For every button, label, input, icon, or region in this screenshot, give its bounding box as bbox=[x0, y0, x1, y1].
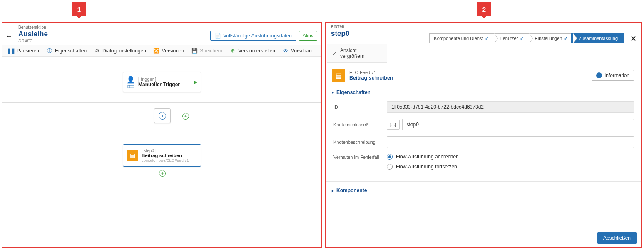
expand-label: Ansicht vergrößern bbox=[340, 48, 381, 59]
radio-label: Flow-Ausführung abbrechen bbox=[396, 154, 459, 160]
preview-label: Vorschau bbox=[291, 48, 312, 54]
save-label: Speichern bbox=[200, 48, 222, 54]
radio-abort[interactable]: Flow-Ausführung abbrechen bbox=[387, 154, 634, 160]
header-buttons: 📄 Vollständige Ausführungsdaten Aktiv bbox=[210, 31, 317, 41]
error-behavior-label: Verhalten im Fehlerfall bbox=[333, 154, 387, 160]
properties-label: Eigenschaften bbox=[55, 48, 87, 54]
key-row: Knotenschlüssel* {...} bbox=[332, 119, 634, 130]
radio-label: Flow-Ausführung fortsetzen bbox=[396, 164, 457, 170]
wizard-step-component[interactable]: Komponente und Dienst ✓ bbox=[429, 33, 495, 43]
key-input[interactable] bbox=[402, 119, 634, 130]
expand-icon: ↗ bbox=[333, 50, 337, 56]
feed-icon: ▤ bbox=[332, 69, 345, 82]
pause-button[interactable]: ❚❚ Pausieren bbox=[8, 48, 39, 54]
chevron-down-icon: ▾ bbox=[332, 90, 334, 95]
callout-badge-1: 1 bbox=[72, 2, 86, 16]
designer-toolbar: ❚❚ Pausieren ⓘ Eigenschaften ⚙ Dialogein… bbox=[2, 45, 321, 57]
wizard-label: Benutzer bbox=[500, 36, 518, 41]
section-title: Eigenschaften bbox=[336, 90, 370, 95]
trigger-labels: [ trigger ] Manueller Trigger bbox=[138, 77, 190, 88]
info-icon: ⓘ bbox=[47, 48, 52, 54]
submit-button[interactable]: Abschließen bbox=[597, 232, 637, 244]
details-header: Knoten step0 Komponente und Dienst ✓ Ben… bbox=[326, 22, 641, 43]
section-title: Komponente bbox=[336, 188, 367, 193]
error-behavior-row: Verhalten im Fehlerfall Flow-Ausführung … bbox=[332, 154, 634, 174]
component-header-row: ▤ ELO Feed v1 Beitrag schreiben i Inform… bbox=[332, 69, 634, 82]
designer-panel: ← Benutzeraktion Ausleihe DRAFT 📄 Vollst… bbox=[2, 22, 322, 248]
dialog-settings-button[interactable]: ⚙ Dialogeinstellungen bbox=[94, 48, 146, 54]
dialog-label: Dialogeinstellungen bbox=[102, 48, 146, 54]
wizard-label: Zusammenfassung bbox=[579, 36, 618, 41]
flow-canvas[interactable]: 👤 □□□ [ trigger ] Manueller Trigger ▶ i … bbox=[2, 57, 321, 248]
expand-view-button[interactable]: ↗ Ansicht vergrößern bbox=[327, 44, 387, 63]
step0-node[interactable]: ▤ [ step0 ] Beitrag schreiben com.elo.fl… bbox=[123, 144, 201, 167]
check-icon: ✓ bbox=[520, 36, 524, 41]
info-node[interactable]: i bbox=[154, 108, 171, 123]
trigger-node[interactable]: 👤 □□□ [ trigger ] Manueller Trigger ▶ bbox=[123, 72, 201, 92]
details-body: ▤ ELO Feed v1 Beitrag schreiben i Inform… bbox=[326, 63, 641, 205]
radio-continue[interactable]: Flow-Ausführung fortsetzen bbox=[387, 164, 634, 170]
save-icon: 💾 bbox=[191, 48, 197, 54]
designer-header: ← Benutzeraktion Ausleihe DRAFT 📄 Vollst… bbox=[2, 22, 321, 45]
play-icon[interactable]: ▶ bbox=[194, 79, 197, 85]
wizard-label: Komponente und Dienst bbox=[434, 36, 483, 41]
eye-icon: 👁 bbox=[283, 48, 288, 54]
branch-icon: 🔀 bbox=[154, 48, 159, 54]
step-bracket: [ step0 ] bbox=[142, 148, 197, 153]
details-type-label: Knoten bbox=[331, 24, 636, 29]
user-icon: 👤 bbox=[127, 76, 135, 84]
component-title: Beitrag schreiben bbox=[349, 75, 393, 81]
gear-icon: ⚙ bbox=[94, 48, 100, 54]
info-circle-icon: i bbox=[159, 112, 166, 120]
callout-badge-2: 2 bbox=[477, 2, 491, 16]
close-icon[interactable]: ✕ bbox=[630, 34, 637, 43]
add-node-button[interactable]: + bbox=[182, 113, 189, 120]
trigger-name: Manueller Trigger bbox=[138, 82, 190, 88]
connector-line bbox=[162, 123, 162, 144]
component-section-header[interactable]: ▸ Komponente bbox=[332, 188, 634, 193]
id-label: ID bbox=[333, 105, 387, 110]
flow-type-label: Benutzeraktion bbox=[18, 25, 316, 30]
divider bbox=[326, 181, 641, 182]
save-button[interactable]: 💾 Speichern bbox=[191, 48, 222, 54]
properties-button[interactable]: ⓘ Eigenschaften bbox=[47, 48, 87, 54]
step-subtitle: com.elo.flows/ELOFeed/v1 bbox=[142, 158, 197, 162]
feed-icon: ▤ bbox=[127, 150, 138, 161]
check-icon: ✓ bbox=[485, 36, 489, 41]
information-label: Information bbox=[604, 72, 629, 78]
wizard-step-settings[interactable]: Einstellungen ✓ bbox=[527, 33, 574, 43]
versions-label: Versionen bbox=[162, 48, 184, 54]
information-button[interactable]: i Information bbox=[592, 70, 634, 81]
preview-button[interactable]: 👁 Vorschau bbox=[283, 48, 312, 54]
wizard-steps: Komponente und Dienst ✓ Benutzer ✓ Einst… bbox=[429, 33, 624, 43]
add-node-button[interactable]: + bbox=[159, 170, 166, 177]
plus-circle-icon: ⊕ bbox=[230, 48, 236, 54]
step-labels: [ step0 ] Beitrag schreiben com.elo.flow… bbox=[142, 148, 197, 162]
active-status-button[interactable]: Aktiv bbox=[299, 31, 317, 41]
step-name: Beitrag schreiben bbox=[142, 153, 197, 158]
radio-icon bbox=[387, 154, 393, 160]
wizard-label: Einstellungen bbox=[535, 36, 562, 41]
back-arrow-icon[interactable]: ← bbox=[6, 32, 12, 40]
component-version: ELO Feed v1 bbox=[349, 70, 393, 75]
chevron-right-icon: ▸ bbox=[332, 188, 334, 193]
connector-line bbox=[162, 92, 162, 108]
expression-picker-button[interactable]: {...} bbox=[387, 120, 400, 130]
check-icon: ✓ bbox=[564, 36, 568, 41]
versions-button[interactable]: 🔀 Versionen bbox=[154, 48, 184, 54]
blocks-icon: □□□ bbox=[127, 84, 134, 89]
document-icon: 📄 bbox=[215, 33, 221, 39]
wizard-step-summary[interactable]: Zusammenfassung bbox=[571, 33, 624, 43]
key-label: Knotenschlüssel* bbox=[333, 122, 387, 127]
id-value-field: 1ff05333-d781-4d20-b722-bdce4d6373d2 bbox=[387, 101, 634, 113]
properties-section-header[interactable]: ▾ Eigenschaften bbox=[332, 90, 634, 95]
node-details-panel: Knoten step0 Komponente und Dienst ✓ Ben… bbox=[325, 22, 642, 248]
description-row: Knotenbeschreibung bbox=[332, 136, 634, 148]
create-version-label: Version erstellen bbox=[238, 48, 275, 54]
info-icon: i bbox=[596, 72, 602, 78]
full-exec-label: Vollständige Ausführungsdaten bbox=[223, 33, 292, 39]
create-version-button[interactable]: ⊕ Version erstellen bbox=[230, 48, 275, 54]
full-execution-data-button[interactable]: 📄 Vollständige Ausführungsdaten bbox=[210, 31, 296, 41]
id-row: ID 1ff05333-d781-4d20-b722-bdce4d6373d2 bbox=[332, 101, 634, 113]
description-input[interactable] bbox=[387, 136, 634, 148]
